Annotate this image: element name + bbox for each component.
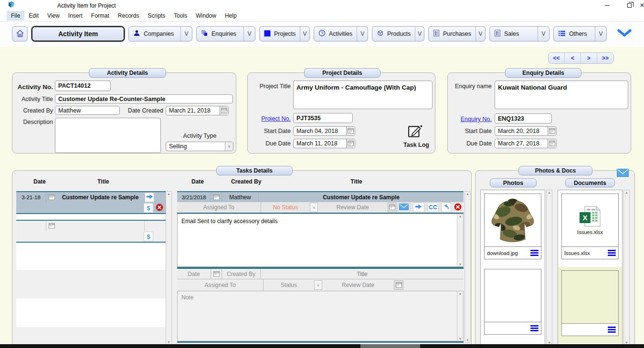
open-task-button[interactable] — [145, 193, 154, 202]
minimize-button[interactable] — [596, 0, 618, 10]
nav-purchases[interactable]: Purchases V — [428, 26, 486, 41]
project-no-link[interactable]: Project No. — [249, 115, 291, 122]
reply-button[interactable] — [442, 203, 451, 212]
close-button[interactable]: ✕ — [640, 0, 644, 10]
nav-activities-dropdown[interactable]: V — [357, 27, 368, 41]
photo-menu-icon[interactable] — [530, 325, 538, 331]
cc-button[interactable]: CC — [427, 203, 439, 212]
nav-projects-dropdown[interactable]: V — [300, 27, 309, 41]
calendar-icon[interactable] — [211, 271, 222, 277]
menu-insert[interactable]: Insert — [64, 11, 87, 20]
last-record-button[interactable]: >> — [597, 53, 613, 63]
first-record-button[interactable]: << — [549, 53, 565, 63]
assigned-to-field[interactable]: Assigned To — [177, 204, 261, 211]
next-record-button[interactable]: > — [581, 53, 597, 63]
new-task-note-field[interactable]: Note ▲▼ — [177, 291, 464, 341]
task-date[interactable]: 3-21-18 — [16, 194, 46, 200]
nav-others[interactable]: Others V — [553, 26, 607, 41]
menu-file[interactable]: File — [7, 11, 24, 20]
task-log-button[interactable] — [408, 123, 423, 140]
nav-projects[interactable]: Projects V — [259, 26, 310, 41]
enquiry-name-field[interactable]: Kuwait National Guard — [495, 81, 628, 109]
nav-others-dropdown[interactable]: V — [595, 27, 606, 41]
enquiry-no-field[interactable]: ENQ1323 — [495, 113, 552, 123]
photo-thumbnail-empty[interactable] — [484, 269, 541, 322]
nav-companies[interactable]: Companies V — [128, 26, 192, 41]
task-list-row-selected[interactable]: 3-21-18 Customer Update re Sample — [16, 191, 166, 203]
nav-enquiries-dropdown[interactable]: V — [243, 27, 255, 41]
created-by-field[interactable]: Matthew — [55, 106, 120, 115]
nav-sales-dropdown[interactable]: V — [538, 27, 549, 41]
calendar-icon[interactable] — [346, 127, 355, 135]
photo-thumbnail[interactable] — [484, 194, 541, 247]
task-title[interactable]: Customer Update re Sample — [57, 194, 144, 201]
toolbar-collapse-button[interactable] — [617, 29, 632, 39]
nav-sales[interactable]: Sales V — [489, 26, 549, 41]
status-dropdown-icon[interactable]: ∨ — [314, 280, 322, 290]
enquiry-start-date-field[interactable]: March 20, 2018 — [495, 126, 557, 136]
activity-title-field[interactable]: Customer Update Re-Counter-Sample — [55, 94, 233, 103]
nav-enquiries[interactable]: Enquiries V — [196, 26, 255, 41]
new-task-review-date-field[interactable]: Review Date — [322, 282, 394, 288]
task-list-new-row[interactable] — [16, 220, 166, 231]
photo-item-empty[interactable] — [484, 269, 541, 335]
enquiry-no-link[interactable]: Enquiry No. — [449, 116, 492, 123]
nav-products-dropdown[interactable]: V — [415, 27, 424, 41]
photos-scrollbar[interactable]: ▲▼ — [546, 190, 552, 345]
enquiry-due-date-field[interactable]: March 27, 2018 — [495, 139, 557, 148]
project-title-field[interactable]: Army Uniform - Camouflage (With Cap) — [293, 81, 433, 109]
calendar-icon[interactable] — [388, 203, 397, 212]
new-task-status-field[interactable]: Status — [264, 282, 314, 288]
nav-companies-dropdown[interactable]: V — [180, 27, 192, 41]
task-note-field[interactable]: Email Sent to clarify accessory details … — [177, 214, 464, 267]
activity-no-field[interactable]: PACT14012 — [55, 81, 111, 91]
document-thumbnail[interactable]: X Issues.xlsx — [561, 194, 619, 247]
delete-task-button[interactable] — [453, 203, 463, 212]
detail-title[interactable]: Customer Update re Sample — [259, 194, 464, 201]
status-dropdown-icon[interactable]: ∨ — [310, 203, 318, 212]
project-no-field[interactable]: PJT3535 — [293, 113, 353, 123]
nav-activities[interactable]: Activities V — [314, 26, 368, 41]
description-field[interactable] — [55, 118, 161, 153]
document-menu-icon[interactable] — [608, 250, 616, 256]
menu-format[interactable]: Format — [87, 11, 114, 20]
document-menu-icon[interactable] — [608, 327, 616, 333]
new-task-note-scrollbar[interactable]: ▲▼ — [457, 291, 463, 341]
calendar-icon[interactable] — [548, 139, 556, 148]
restore-button[interactable] — [618, 0, 640, 10]
home-button[interactable] — [12, 26, 28, 41]
menu-records[interactable]: Records — [114, 11, 144, 20]
calendar-icon[interactable] — [548, 127, 556, 135]
date-created-field[interactable]: March 21, 2018 — [166, 106, 229, 115]
calendar-icon[interactable] — [220, 106, 228, 115]
select-chevron-icon[interactable]: ∨ — [225, 142, 233, 151]
review-date-field[interactable]: Review Date — [318, 204, 388, 211]
status-field[interactable]: No Status — [261, 204, 310, 211]
task-list-scrollbar[interactable]: ▲▼ — [166, 191, 172, 345]
document-item[interactable]: X Issues.xlsx Issues.xlsx — [558, 190, 622, 259]
activity-type-select[interactable]: Selling ∨ — [166, 142, 233, 151]
task-note-scrollbar[interactable]: ▲▼ — [457, 214, 463, 266]
project-due-date-field[interactable]: March 11, 2018 — [293, 139, 355, 148]
detail-date[interactable]: 3/21/2018 — [177, 194, 211, 200]
email-attachments-button[interactable] — [617, 169, 629, 178]
document-item-empty[interactable] — [558, 267, 622, 343]
photo-item[interactable]: download.jpg — [484, 194, 541, 259]
menu-window[interactable]: Window — [191, 11, 221, 20]
menu-view[interactable]: View — [43, 11, 64, 20]
calendar-icon[interactable] — [394, 280, 403, 290]
new-task-assigned-to-field[interactable]: Assigned To — [177, 282, 263, 288]
task-cost-button[interactable]: $ — [144, 232, 153, 241]
nav-purchases-dropdown[interactable]: V — [475, 27, 485, 41]
active-layout-button[interactable]: Activity Item — [32, 26, 125, 41]
calendar-icon[interactable] — [346, 139, 355, 148]
nav-products[interactable]: Products V — [372, 26, 424, 41]
detail-created-by[interactable]: Matthew — [222, 194, 258, 201]
menu-tools[interactable]: Tools — [169, 11, 191, 20]
previous-record-button[interactable]: < — [565, 53, 581, 63]
calendar-icon[interactable] — [211, 194, 222, 200]
forward-task-button[interactable] — [413, 203, 424, 212]
calendar-icon[interactable] — [46, 223, 57, 229]
menu-edit[interactable]: Edit — [24, 11, 43, 20]
document-thumbnail-empty[interactable] — [561, 270, 619, 324]
